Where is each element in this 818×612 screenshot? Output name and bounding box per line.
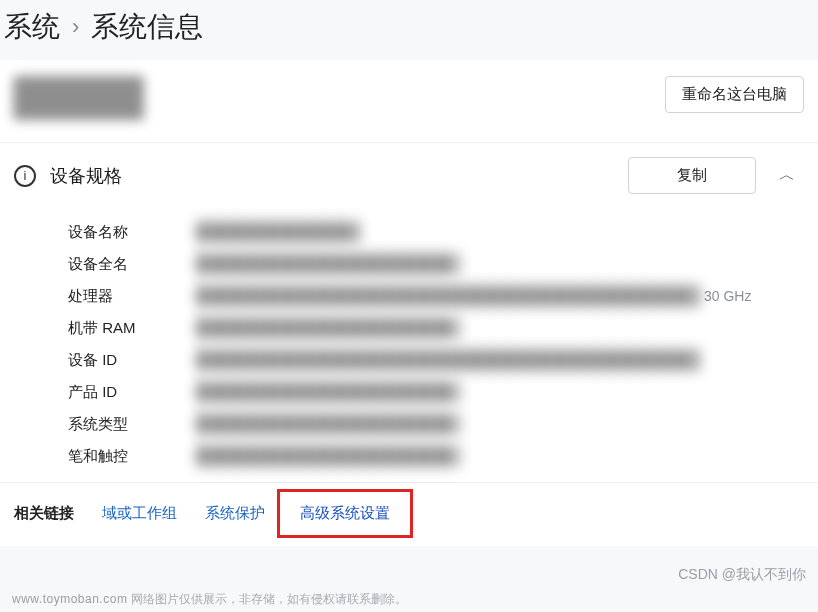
spec-row-device-name: 设备名称 <box>68 222 804 242</box>
breadcrumb-current: 系统信息 <box>91 8 203 46</box>
spec-value <box>198 318 458 338</box>
spec-value <box>198 446 458 466</box>
highlight-box: 高级系统设置 <box>277 489 413 538</box>
spec-cpu-suffix: 30 GHz <box>704 288 751 304</box>
spec-label: 设备 ID <box>68 351 198 370</box>
pc-name-row: 重命名这台电脑 <box>0 60 818 143</box>
breadcrumb-parent[interactable]: 系统 <box>4 8 60 46</box>
spec-row-full-name: 设备全名 <box>68 254 804 274</box>
spec-row-sys-type: 系统类型 <box>68 414 804 434</box>
related-links-head: 相关链接 <box>14 504 74 523</box>
spec-label: 设备名称 <box>68 223 198 242</box>
spec-row-pen-touch: 笔和触控 <box>68 446 804 466</box>
device-specs-header: i 设备规格 复制 ︿ <box>0 143 818 208</box>
rename-pc-button[interactable]: 重命名这台电脑 <box>665 76 804 113</box>
spec-row-device-id: 设备 ID <box>68 350 804 370</box>
device-specs-list: 设备名称 设备全名 处理器 30 GHz 机带 RAM 设备 ID 产品 ID … <box>0 208 818 482</box>
spec-value <box>198 254 458 274</box>
spec-value <box>198 382 458 402</box>
spec-value <box>198 222 358 242</box>
spec-label: 设备全名 <box>68 255 198 274</box>
link-domain-workgroup[interactable]: 域或工作组 <box>102 504 177 523</box>
spec-value <box>198 286 698 306</box>
chevron-right-icon: › <box>72 14 79 40</box>
spec-label: 笔和触控 <box>68 447 198 466</box>
footnote-text: 网络图片仅供展示，非存储，如有侵权请联系删除。 <box>131 592 407 606</box>
spec-row-ram: 机带 RAM <box>68 318 804 338</box>
spec-row-cpu: 处理器 30 GHz <box>68 286 804 306</box>
spec-label: 系统类型 <box>68 415 198 434</box>
spec-label: 机带 RAM <box>68 319 198 338</box>
link-advanced-system-settings[interactable]: 高级系统设置 <box>300 504 390 521</box>
spec-label: 处理器 <box>68 287 198 306</box>
copy-button[interactable]: 复制 <box>628 157 756 194</box>
footnote: www.toymoban.com 网络图片仅供展示，非存储，如有侵权请联系删除。 <box>12 591 407 608</box>
breadcrumb: 系统 › 系统信息 <box>0 0 818 60</box>
link-system-protection[interactable]: 系统保护 <box>205 504 265 523</box>
spec-value <box>198 414 458 434</box>
spec-label: 产品 ID <box>68 383 198 402</box>
related-links-row: 相关链接 域或工作组 系统保护 高级系统设置 <box>0 482 818 546</box>
chevron-up-icon[interactable]: ︿ <box>770 159 804 193</box>
footnote-domain: www.toymoban.com <box>12 592 127 606</box>
watermark: CSDN @我认不到你 <box>678 566 806 584</box>
spec-value <box>198 350 698 370</box>
device-specs-title: 设备规格 <box>50 164 614 188</box>
spec-row-product-id: 产品 ID <box>68 382 804 402</box>
info-icon: i <box>14 165 36 187</box>
pc-name-value <box>14 76 144 120</box>
